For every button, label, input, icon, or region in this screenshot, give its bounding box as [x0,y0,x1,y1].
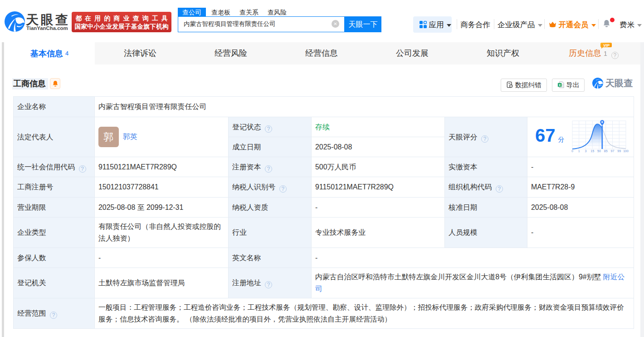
svg-text:100: 100 [623,149,629,153]
svg-text:85: 85 [604,149,608,153]
svg-text:99: 99 [617,149,621,153]
svg-text:VIP: VIP [603,43,610,48]
svg-text:97: 97 [611,149,615,153]
svg-text:1: 1 [578,149,580,153]
svg-text:X: X [558,84,561,87]
svg-text:50: 50 [597,149,601,153]
svg-text:15: 15 [590,149,594,153]
svg-text:3: 3 [585,149,587,153]
svg-text:0: 0 [571,149,573,153]
